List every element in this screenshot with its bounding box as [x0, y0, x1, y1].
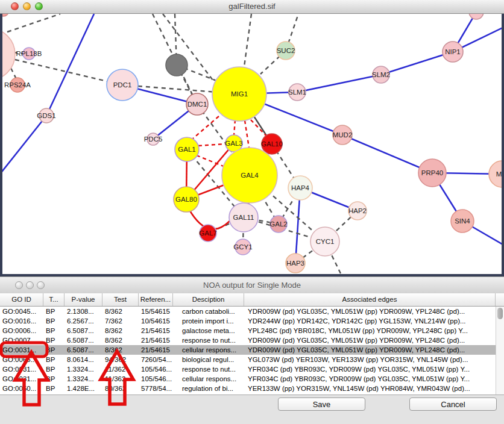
graph-node-CYC1[interactable]: CYC1	[310, 227, 339, 256]
graph-node-GAL80[interactable]: GAL80	[174, 187, 199, 212]
network-titlebar[interactable]: galFiltered.sif	[0, 0, 504, 14]
graph-edge	[197, 155, 225, 167]
graph-node-PRP40[interactable]: PRP40	[418, 159, 446, 187]
graph-node-GAL10[interactable]: GAL10	[261, 134, 283, 154]
cell-type: BP	[43, 316, 65, 326]
save-button[interactable]: Save	[278, 398, 365, 411]
network-window-title: galFiltered.sif	[0, 2, 504, 11]
graph-node-SIN4[interactable]: SIN4	[451, 210, 474, 232]
cell-go_id: GO:0065...	[0, 355, 43, 364]
graph-edge	[342, 135, 432, 173]
cell-go_id: GO:0006...	[0, 326, 43, 335]
graph-node-HAP2[interactable]: HAP2	[348, 202, 367, 220]
graph-node-MSI[interactable]: MSI	[489, 161, 502, 187]
graph-node-label: GAL2	[269, 220, 287, 228]
table-row[interactable]: GO:0007...BP6.5087...8/36221/54615respon…	[0, 335, 496, 345]
cell-associated_edges: YER133W (pp) YOR315W, YNL145W (pd) YHR08…	[244, 384, 496, 393]
graph-node-label: NIP1	[445, 48, 461, 55]
graph-node-GCY1[interactable]: GCY1	[233, 239, 252, 255]
graph-node-GAL7[interactable]: GAL7	[199, 225, 216, 242]
graph-node-topcut[interactable]	[469, 14, 484, 19]
graph-edge	[251, 120, 267, 137]
graph-node-MUD2[interactable]: MUD2	[333, 125, 353, 145]
table-row-selected[interactable]: GO:0031...BP6.5087...8/36221/54615cellul…	[0, 345, 496, 355]
graph-node-MIG1[interactable]: MIG1	[212, 67, 266, 121]
graph-node-SLM2[interactable]: SLM2	[372, 66, 390, 83]
column-header-test[interactable]: Test	[102, 293, 139, 306]
cell-go_id: GO:0007...	[0, 335, 43, 345]
cell-reference: 15/54615	[139, 307, 173, 316]
graph-node-GAL11[interactable]: GAL11	[229, 203, 258, 232]
cell-test: 80/362	[102, 384, 139, 393]
column-header-desciption[interactable]: Desciption	[173, 293, 244, 306]
table-row[interactable]: GO:0016...BP6.2567...7/36210/54615protei…	[0, 316, 496, 326]
graph-node-label: GAL1	[178, 146, 195, 153]
cell-go_id: GO:0031...	[0, 345, 43, 355]
scrollbar-thumb[interactable]	[497, 308, 503, 319]
graph-node-GAL4[interactable]: GAL4	[222, 148, 277, 203]
graph-node-label: GAL3	[225, 140, 242, 147]
table-row[interactable]: GO:0031...BP1.3324...11/362105/546...cel…	[0, 374, 496, 384]
cell-description: response to nut...	[173, 364, 244, 374]
graph-node-GDS1[interactable]: GDS1	[37, 108, 55, 123]
cell-go_id: GO:0031...	[0, 364, 43, 374]
cell-type: BP	[43, 355, 65, 364]
graph-node-SLM1[interactable]: SLM1	[288, 84, 306, 101]
column-header-go-id[interactable]: GO ID	[0, 293, 43, 306]
noa-window: NOA output for Single Mode GO IDT...P-va…	[0, 276, 504, 424]
cancel-button[interactable]: Cancel	[409, 398, 497, 411]
cell-description: protein import i...	[173, 316, 244, 326]
graph-node-label: GAL10	[261, 140, 283, 148]
cell-reference: 21/54615	[139, 326, 173, 335]
graph-node-DMC1[interactable]: DMC1	[186, 93, 208, 115]
cell-reference: 105/546...	[139, 374, 173, 384]
graph-node-GAL2[interactable]: GAL2	[269, 216, 287, 232]
graph-node-label: DMC1	[187, 101, 207, 108]
cell-test: 94/362	[102, 355, 139, 364]
column-header-t-[interactable]: T...	[43, 293, 65, 306]
graph-node-NIP1[interactable]: NIP1	[443, 42, 463, 62]
network-canvas[interactable]: RPL18BRPS24AGDS1PDC1DMC1MIG1SUC2SLM1SLM2…	[2, 14, 502, 274]
graph-node-label: GAL7	[199, 229, 216, 237]
vertical-scrollbar[interactable]	[496, 307, 504, 394]
graph-node-label: GCY1	[233, 243, 252, 251]
graph-node-HAP4[interactable]: HAP4	[288, 176, 312, 200]
table-row[interactable]: GO:0031...BP1.3324...11/362105/546...res…	[0, 364, 496, 374]
graph-node-RPS24A[interactable]: RPS24A	[4, 78, 31, 92]
cell-associated_edges: YPL248C (pd) YBR018C, YML051W (pp) YDR00…	[244, 326, 496, 335]
graph-node-gray[interactable]	[166, 54, 187, 76]
graph-node-corner[interactable]	[2, 14, 8, 16]
table-row[interactable]: GO:0045...BP2.1308...8/36215/54615carbon…	[0, 307, 496, 316]
graph-node-PDC1[interactable]: PDC1	[107, 69, 138, 101]
results-table: GO IDT...P-valueTestReferen...Desciption…	[0, 293, 504, 395]
cell-associated_edges: YDR244W (pp) YDR142C, YDR142C (pp) YGL15…	[244, 316, 496, 326]
column-header-associated-edges[interactable]: Associated edges	[244, 293, 496, 306]
noa-titlebar[interactable]: NOA output for Single Mode	[0, 276, 504, 294]
cell-type: BP	[43, 364, 65, 374]
cell-reference: 7260/54...	[139, 355, 173, 364]
graph-node-RPL18B[interactable]: RPL18B	[16, 48, 42, 60]
cell-p_value: 2.1308...	[65, 307, 102, 316]
cell-test: 8/362	[102, 335, 139, 345]
column-header-p-value[interactable]: P-value	[65, 293, 102, 306]
column-header-referen-[interactable]: Referen...	[139, 293, 173, 306]
cell-description: regulation of bi...	[173, 384, 244, 393]
graph-edge	[46, 14, 94, 116]
cell-type: BP	[43, 345, 65, 355]
cell-p_value: 1.428E...	[65, 384, 102, 393]
graph-node-SUC2[interactable]: SUC2	[277, 42, 295, 60]
table-row[interactable]: GO:0065...BP8.0614...94/3627260/54...bio…	[0, 355, 496, 364]
graph-node-label: SIN4	[455, 217, 470, 225]
table-row[interactable]: GO:0050...BP1.428E...80/3625778/54...reg…	[0, 384, 496, 393]
cell-go_id: GO:0016...	[0, 316, 43, 326]
graph-node-GAL1[interactable]: GAL1	[175, 137, 199, 161]
graph-node-label: MSI	[496, 170, 502, 178]
graph-node-HAP3[interactable]: HAP3	[286, 254, 305, 273]
cell-reference: 21/54615	[139, 335, 173, 345]
graph-node-bigleft[interactable]	[2, 28, 15, 80]
cell-go_id: GO:0045...	[0, 307, 43, 316]
table-row[interactable]: GO:0006...BP6.5087...8/36221/54615galact…	[0, 326, 496, 335]
cell-type: BP	[43, 384, 65, 393]
cell-reference: 21/54615	[139, 345, 173, 355]
graph-node-label: GAL4	[241, 172, 259, 179]
